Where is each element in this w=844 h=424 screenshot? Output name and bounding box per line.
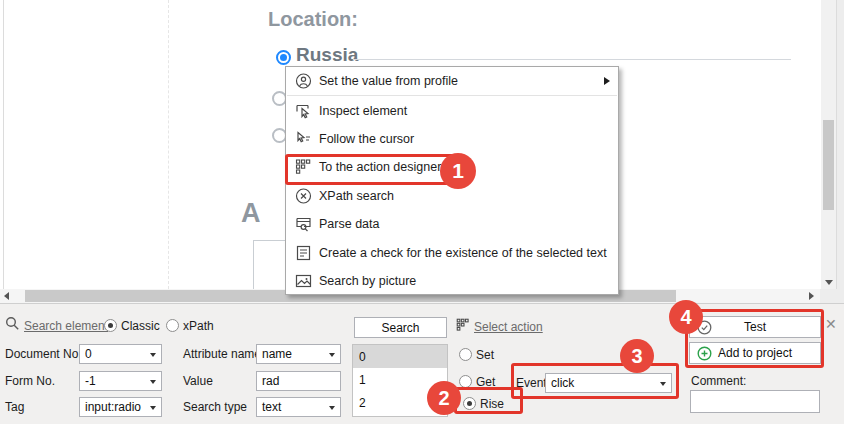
value-input[interactable]: rad	[256, 371, 341, 391]
chevron-down-icon	[660, 382, 666, 386]
radio-rise-label[interactable]: Rise	[480, 397, 504, 411]
select-action-link[interactable]: Select action	[474, 320, 543, 334]
xpath-search-icon	[295, 187, 312, 204]
menu-item-search-by-picture[interactable]: Search by picture	[286, 267, 618, 295]
radio-russia-dot	[280, 54, 287, 61]
radio-classic[interactable]	[104, 319, 117, 332]
page-textbox-edge-left	[253, 240, 254, 290]
option-russia-label[interactable]: Russia	[296, 44, 358, 66]
radio-classic-dot	[108, 323, 113, 328]
search-type-combo[interactable]: text	[256, 397, 341, 417]
event-combo[interactable]: click	[545, 373, 672, 393]
vertical-scrollbar-thumb[interactable]	[823, 120, 834, 210]
plus-circle-icon	[697, 346, 712, 364]
chevron-down-icon	[329, 353, 335, 357]
menu-item-parse-data[interactable]: Parse data	[286, 210, 618, 238]
follow-cursor-icon	[295, 130, 312, 147]
search-element-panel: Search element Classic xPath Search Sele…	[0, 303, 844, 424]
screen: Location: Russia A Set the value from pr…	[0, 0, 844, 424]
search-type-label: Search type	[183, 400, 247, 414]
radio-rise[interactable]	[463, 397, 476, 410]
attribute-name-label: Attribute name	[183, 347, 261, 361]
radio-xpath-label[interactable]: xPath	[183, 319, 214, 333]
comment-input[interactable]	[690, 390, 820, 413]
menu-item-label: XPath search	[319, 189, 394, 203]
radio-classic-label[interactable]: Classic	[121, 319, 160, 333]
attribute-name-combo[interactable]: name	[256, 344, 341, 364]
radio-set[interactable]	[459, 348, 472, 361]
search-icon	[5, 316, 20, 331]
menu-item-follow-the-cursor[interactable]: Follow the cursor	[286, 125, 618, 153]
menu-item-inspect-element[interactable]: Inspect element	[286, 96, 618, 124]
scroll-right-arrow-icon[interactable]	[809, 292, 814, 300]
menu-item-create-check-selected-text[interactable]: Create a check for the existence of the …	[286, 238, 618, 266]
annotation-badge-4: 4	[669, 300, 703, 334]
menu-item-label: Parse data	[319, 217, 379, 231]
comment-label: Comment:	[691, 374, 746, 388]
submenu-arrow-icon	[604, 77, 610, 85]
add-to-project-button[interactable]: Add to project	[689, 342, 821, 364]
vertical-scrollbar[interactable]	[821, 0, 836, 289]
parse-data-icon	[295, 216, 312, 233]
scroll-down-arrow-icon[interactable]	[825, 280, 833, 285]
menu-item-label: To the action designer	[319, 160, 441, 174]
menu-item-label: Set the value from profile	[319, 74, 458, 88]
radio-set-label[interactable]: Set	[476, 348, 494, 362]
value-input-text: rad	[262, 374, 279, 388]
search-type-value: text	[262, 400, 281, 414]
chevron-down-icon	[329, 406, 335, 410]
document-no-label: Document No.	[5, 347, 82, 361]
event-value: click	[551, 376, 574, 390]
tag-combo[interactable]: input:radio	[79, 397, 162, 417]
search-element-link[interactable]: Search element	[24, 319, 108, 333]
radio-xpath[interactable]	[166, 319, 179, 332]
annotation-badge-1: 1	[440, 153, 476, 189]
select-action-icon	[456, 318, 470, 332]
document-no-combo[interactable]: 0	[79, 344, 162, 364]
chevron-down-icon	[150, 406, 156, 410]
menu-item-set-value-from-profile[interactable]: Set the value from profile	[286, 67, 618, 95]
page-horizontal-rule	[353, 59, 791, 60]
radio-rise-dot	[467, 401, 472, 406]
menu-item-label: Search by picture	[319, 274, 416, 288]
close-icon[interactable]: ✕	[825, 316, 837, 332]
event-label: Event	[516, 376, 547, 390]
tag-label: Tag	[5, 400, 24, 414]
test-button[interactable]: Test	[689, 316, 821, 338]
add-to-project-label: Add to project	[718, 346, 792, 360]
form-no-label: Form No.	[5, 374, 55, 388]
menu-item-label: Follow the cursor	[319, 132, 414, 146]
radio-russia[interactable]	[276, 50, 291, 65]
attribute-name-value: name	[262, 347, 292, 361]
profile-icon	[295, 73, 312, 90]
annotation-badge-3: 3	[620, 339, 654, 373]
search-button[interactable]: Search	[354, 317, 447, 338]
menu-item-label: Inspect element	[319, 104, 407, 118]
window-right-strip	[836, 0, 844, 289]
annotation-badge-2: 2	[427, 381, 461, 415]
check-text-icon	[295, 244, 312, 261]
action-designer-icon	[295, 159, 312, 176]
search-picture-icon	[295, 272, 312, 289]
form-no-combo[interactable]: -1	[79, 371, 162, 391]
page-guide-line	[168, 0, 169, 289]
test-button-label: Test	[744, 320, 766, 334]
scroll-left-arrow-icon[interactable]	[4, 292, 9, 300]
result-row-selected[interactable]: 0	[353, 345, 447, 368]
menu-item-label: Create a check for the existence of the …	[319, 246, 607, 260]
chevron-down-icon	[150, 380, 156, 384]
page-heading-partial: A	[241, 198, 261, 229]
chevron-down-icon	[150, 353, 156, 357]
inspect-element-icon	[295, 102, 312, 119]
page-border	[3, 0, 4, 289]
value-label: Value	[183, 374, 213, 388]
scrollbar-corner	[820, 289, 844, 303]
radio-get-label[interactable]: Get	[476, 375, 495, 389]
tag-value: input:radio	[85, 400, 141, 414]
radio-get[interactable]	[459, 375, 472, 388]
form-no-value: -1	[85, 374, 96, 388]
page-heading-location: Location:	[268, 8, 358, 31]
document-no-value: 0	[85, 347, 92, 361]
